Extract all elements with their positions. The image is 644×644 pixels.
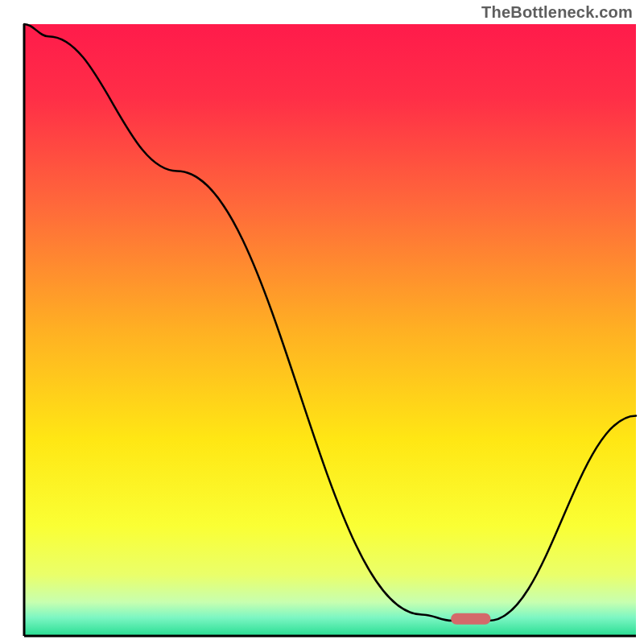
optimal-marker	[451, 613, 490, 625]
bottleneck-chart: TheBottleneck.com	[0, 0, 644, 644]
chart-svg	[0, 0, 644, 644]
plot-background	[24, 24, 636, 636]
